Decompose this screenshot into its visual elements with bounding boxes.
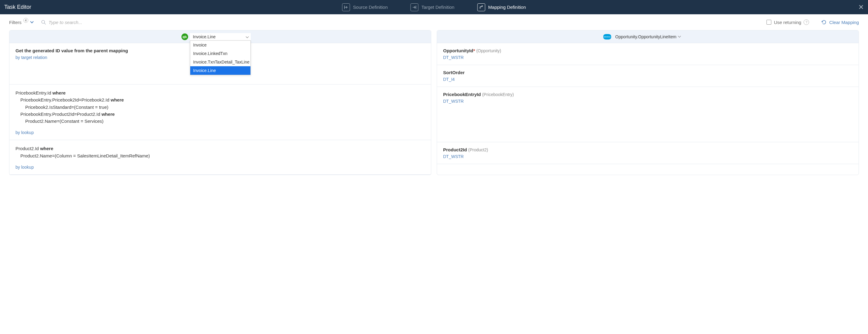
source-mapping-row[interactable]: Product2.Id where Product2.Name=(Column … [9,140,431,175]
toolbar: Filters 4 Use returning ? Clear Mapping [0,14,868,30]
chevron-down-icon [246,35,249,38]
search-icon [41,20,46,25]
target-field-name: PricebookEntryId (PricebookEntry) [443,92,852,97]
tab-mapping-definition[interactable]: Mapping Definition [477,3,526,11]
tab-source-label: Source Definition [353,5,388,10]
target-field-row[interactable]: SortOrder DT_I4 [437,65,859,87]
filters-dropdown-icon[interactable] [30,20,33,23]
header-tabs: Source Definition Target Definition Mapp… [342,3,526,11]
dropdown-item[interactable]: Invoice.Line [190,66,250,75]
source-row-method: by lookup [16,130,425,135]
use-returning-label: Use returning [774,20,801,25]
tab-target-label: Target Definition [422,5,454,10]
app-title: Task Editor [4,4,31,10]
dropdown-item[interactable]: Invoice.TxnTaxDetail_TaxLine [190,58,250,66]
source-expression: Product2.Id where Product2.Name=(Column … [16,145,425,159]
target-entity-value: Opportunity.OpportunityLineItem [615,34,676,39]
source-expression: PricebookEntry.Id where PricebookEntry.P… [16,89,425,125]
target-field-type: DT_WSTR [443,154,852,159]
target-column-header: salesforce Opportunity.OpportunityLineIt… [437,30,859,43]
target-entity-select[interactable]: Opportunity.OpportunityLineItem [613,33,682,40]
close-icon[interactable]: ✕ [858,3,864,11]
target-field-row[interactable]: OpportunityId* (Opportunity) DT_WSTR [437,43,859,65]
checkbox-icon [767,20,771,25]
source-column-header: qb Invoice.Line Invoice Invoice.LinkedTx… [9,30,431,43]
clear-mapping-label: Clear Mapping [829,20,859,25]
source-column: qb Invoice.Line Invoice Invoice.LinkedTx… [9,30,431,175]
salesforce-logo: salesforce [603,34,611,39]
tab-target-definition[interactable]: Target Definition [411,3,454,11]
search-input[interactable] [49,20,110,25]
help-icon[interactable]: ? [804,20,809,25]
target-field-name: Product2Id (Product2) [443,147,852,152]
dropdown-item[interactable]: Invoice.LinkedTxn [190,49,250,58]
clear-mapping-button[interactable]: Clear Mapping [821,20,859,25]
use-returning-checkbox[interactable]: Use returning ? [767,20,809,25]
tab-source-definition[interactable]: Source Definition [342,3,388,11]
target-icon [411,3,418,11]
target-field-type: DT_WSTR [443,99,852,103]
search-box [41,20,110,25]
mapping-icon [477,3,485,11]
tab-mapping-label: Mapping Definition [488,5,526,10]
dropdown-item[interactable]: Invoice [190,41,250,49]
mapping-columns: qb Invoice.Line Invoice Invoice.LinkedTx… [0,30,868,178]
source-entity-select[interactable]: Invoice.Line Invoice Invoice.LinkedTxn I… [190,33,251,40]
target-column: salesforce Opportunity.OpportunityLineIt… [437,30,859,175]
source-entity-dropdown: Invoice Invoice.LinkedTxn Invoice.TxnTax… [190,40,251,75]
target-field-name: SortOrder [443,70,852,75]
target-field-name: OpportunityId* (Opportunity) [443,48,852,53]
filters-label: Filters [9,20,22,25]
source-mapping-row[interactable]: PricebookEntry.Id where PricebookEntry.P… [9,85,431,140]
source-row-method: by lookup [16,165,425,170]
target-field-row[interactable]: Product2Id (Product2) DT_WSTR [437,142,859,164]
target-field-row[interactable]: PricebookEntryId (PricebookEntry) DT_WST… [437,87,859,142]
quickbooks-logo: qb [181,33,188,40]
source-icon [342,3,350,11]
filters-count-badge: 4 [23,18,28,23]
chevron-down-icon [678,35,681,38]
toolbar-right: Use returning ? Clear Mapping [767,20,859,25]
source-entity-value: Invoice.Line [193,34,216,39]
refresh-icon [821,20,827,25]
target-field-type: DT_WSTR [443,55,852,60]
svg-line-1 [44,23,45,24]
target-field-type: DT_I4 [443,77,852,82]
app-header: Task Editor Source Definition Target Def… [0,0,868,14]
